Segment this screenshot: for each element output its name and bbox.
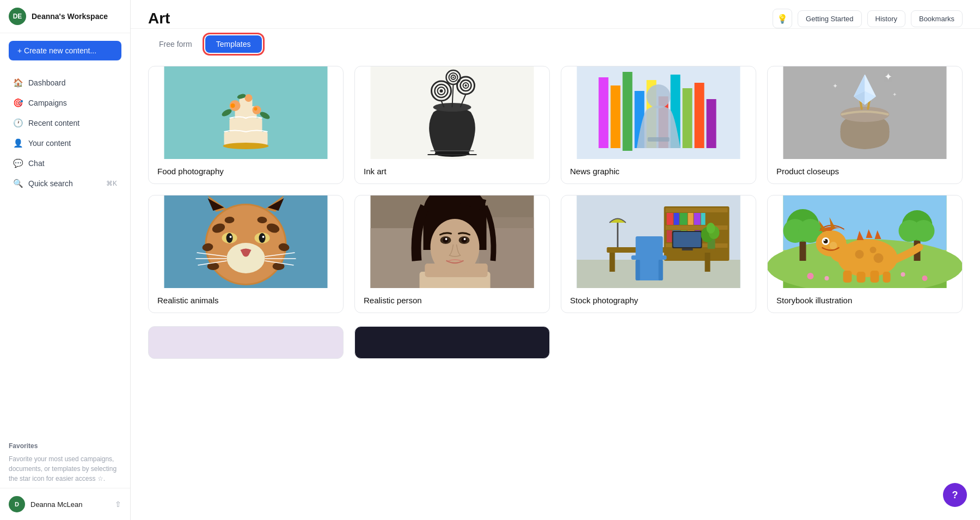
- main-content: Art 💡 Getting Started History Bookmarks …: [131, 0, 980, 520]
- user-name: Deanna McLean: [30, 500, 82, 509]
- sidebar-item-campaigns[interactable]: 🎯 Campaigns: [4, 93, 126, 113]
- sidebar-favorites: Favorites Favorite your most used campai…: [0, 433, 130, 488]
- svg-rect-129: [636, 236, 663, 257]
- svg-point-8: [245, 94, 253, 102]
- svg-rect-124: [705, 253, 710, 272]
- template-card-realistic-animals[interactable]: Realistic animals: [148, 195, 344, 313]
- svg-rect-115: [694, 213, 701, 225]
- svg-point-97: [431, 219, 480, 276]
- tabs-section: Free form Templates: [131, 29, 980, 53]
- create-content-button[interactable]: + Create new content...: [9, 41, 121, 60]
- svg-rect-116: [701, 213, 706, 225]
- sidebar-item-search[interactable]: 🔍 Quick search ⌘K: [4, 174, 126, 193]
- product-closeups-label: Product closeups: [768, 159, 962, 183]
- sidebar-item-dashboard[interactable]: 🏠 Dashboard: [4, 73, 126, 93]
- stock-photography-image: [561, 195, 756, 288]
- svg-point-170: [922, 276, 928, 281]
- svg-point-49: [841, 107, 890, 122]
- svg-rect-43: [695, 83, 705, 148]
- template-card-product-closeups[interactable]: ✦ ✦ ✦ Product closeups: [767, 66, 963, 184]
- page-title: Art: [148, 10, 170, 27]
- svg-point-21: [440, 89, 443, 93]
- svg-point-9: [231, 103, 235, 108]
- template-card-food-photography[interactable]: Food photography: [148, 66, 344, 184]
- svg-rect-111: [667, 213, 673, 225]
- product-closeups-image: ✦ ✦ ✦: [768, 66, 962, 159]
- template-card-storybook-illustration[interactable]: Storybook illustration: [767, 195, 963, 313]
- search-shortcut: ⌘K: [106, 180, 117, 187]
- svg-rect-113: [680, 213, 688, 225]
- template-card-stock-photography[interactable]: Stock photography: [561, 195, 756, 313]
- chat-icon: 💬: [13, 158, 23, 168]
- svg-point-76: [259, 233, 266, 243]
- svg-point-171: [901, 272, 905, 277]
- svg-point-172: [825, 276, 829, 280]
- sidebar-item-label: Recent content: [28, 119, 79, 127]
- svg-rect-42: [683, 88, 693, 148]
- svg-rect-36: [611, 85, 621, 148]
- svg-rect-157: [883, 272, 891, 283]
- svg-rect-46: [648, 137, 670, 142]
- main-header: Art 💡 Getting Started History Bookmarks: [131, 0, 980, 29]
- svg-rect-112: [674, 213, 679, 225]
- svg-point-103: [464, 238, 466, 240]
- history-button[interactable]: History: [867, 10, 905, 27]
- svg-rect-128: [659, 260, 663, 280]
- bookmarks-button[interactable]: Bookmarks: [911, 10, 963, 27]
- sidebar-item-label: Your content: [28, 139, 71, 148]
- recent-icon: 🕐: [13, 118, 23, 128]
- realistic-person-image: [355, 195, 549, 288]
- svg-point-165: [830, 242, 837, 249]
- sidebar-item-label: Campaigns: [28, 99, 67, 107]
- svg-rect-44: [707, 99, 716, 148]
- sidebar-nav: 🏠 Dashboard 🎯 Campaigns 🕐 Recent content…: [0, 68, 130, 433]
- campaigns-icon: 🎯: [13, 98, 23, 108]
- svg-text:✦: ✦: [892, 91, 897, 97]
- tab-templates[interactable]: Templates: [205, 35, 262, 53]
- getting-started-button[interactable]: Getting Started: [798, 10, 861, 27]
- svg-point-25: [465, 84, 467, 87]
- tab-free-form[interactable]: Free form: [148, 35, 203, 53]
- svg-point-15: [435, 150, 470, 157]
- light-mode-button[interactable]: 💡: [773, 9, 792, 28]
- sidebar-item-chat[interactable]: 💬 Chat: [4, 154, 126, 173]
- realistic-person-label: Realistic person: [355, 288, 549, 313]
- realistic-animals-label: Realistic animals: [149, 288, 343, 313]
- svg-point-77: [230, 236, 232, 238]
- template-card-ink-art[interactable]: Ink art: [354, 66, 550, 184]
- svg-point-149: [913, 220, 935, 242]
- svg-point-78: [262, 236, 265, 238]
- svg-rect-114: [688, 213, 694, 225]
- svg-rect-131: [673, 232, 701, 247]
- sidebar-item-label: Chat: [28, 159, 45, 168]
- svg-point-137: [707, 223, 715, 234]
- template-grid: Food photography: [131, 53, 980, 326]
- news-graphic-label: News graphic: [561, 159, 756, 183]
- svg-rect-117: [667, 230, 672, 242]
- template-card-news-graphic[interactable]: News graphic: [561, 66, 756, 184]
- svg-point-75: [226, 233, 233, 243]
- svg-point-169: [807, 273, 814, 279]
- sidebar-item-your-content[interactable]: 👤 Your content: [4, 133, 126, 153]
- template-card-realistic-person[interactable]: Realistic person: [354, 195, 550, 313]
- food-photography-label: Food photography: [149, 159, 343, 183]
- svg-rect-123: [610, 253, 615, 272]
- help-button[interactable]: ?: [943, 483, 967, 507]
- svg-rect-2: [230, 118, 262, 133]
- user-info: D Deanna McLean: [9, 496, 82, 512]
- svg-point-162: [824, 240, 825, 241]
- svg-rect-132: [682, 248, 693, 250]
- sidebar-item-recent[interactable]: 🕐 Recent content: [4, 113, 126, 133]
- search-icon: 🔍: [13, 179, 23, 188]
- sidebar: DE Deanna's Workspace + Create new conte…: [0, 0, 131, 520]
- storybook-illustration-label: Storybook illustration: [768, 288, 962, 313]
- dashboard-icon: 🏠: [13, 78, 23, 88]
- svg-rect-37: [623, 72, 633, 151]
- svg-point-5: [223, 143, 269, 149]
- svg-point-152: [870, 247, 877, 253]
- realistic-animals-image: [149, 195, 343, 288]
- svg-point-10: [254, 107, 258, 111]
- svg-rect-127: [636, 260, 640, 280]
- workspace-name: Deanna's Workspace: [32, 12, 108, 21]
- storybook-illustration-image: [768, 195, 962, 288]
